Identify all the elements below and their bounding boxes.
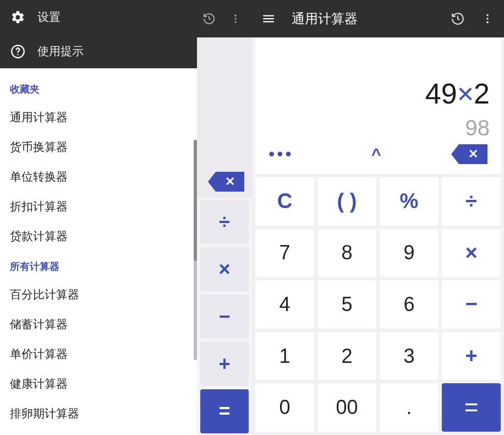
gear-icon bbox=[10, 9, 25, 25]
menu-settings-label: 设置 bbox=[37, 9, 61, 25]
overflow-menu-icon[interactable] bbox=[476, 8, 498, 30]
app-title: 通用计算器 bbox=[292, 10, 439, 28]
fav-item-general[interactable]: 通用计算器 bbox=[10, 102, 187, 132]
under-calculator-sliver: ✕ ÷ × − + = bbox=[197, 0, 252, 435]
expr-left: 49 bbox=[425, 77, 457, 110]
drawer-scrollbar[interactable] bbox=[194, 140, 197, 360]
expr-op: × bbox=[457, 77, 474, 110]
all-item-percent[interactable]: 百分比计算器 bbox=[10, 280, 187, 309]
key-4[interactable]: 4 bbox=[255, 280, 314, 329]
caret-icon[interactable]: ^ bbox=[371, 145, 381, 164]
key-7[interactable]: 7 bbox=[255, 229, 314, 278]
fav-item-loan[interactable]: 贷款计算器 bbox=[10, 221, 187, 251]
svg-point-9 bbox=[486, 18, 489, 20]
key-parens[interactable]: ( ) bbox=[317, 177, 376, 226]
svg-rect-5 bbox=[263, 15, 274, 17]
history-icon[interactable] bbox=[199, 9, 219, 29]
svg-rect-7 bbox=[263, 21, 274, 22]
op-plus[interactable]: + bbox=[200, 342, 249, 386]
fav-item-unit[interactable]: 单位转换器 bbox=[10, 162, 187, 192]
favorites-header: 收藏夹 bbox=[10, 83, 187, 96]
key-clear[interactable]: C bbox=[255, 177, 314, 226]
overflow-menu-icon[interactable] bbox=[226, 9, 245, 29]
menu-settings[interactable]: 设置 bbox=[0, 0, 197, 34]
svg-point-3 bbox=[234, 18, 236, 19]
app-topbar: 通用计算器 bbox=[252, 0, 504, 37]
all-header: 所有计算器 bbox=[10, 260, 187, 273]
all-item-health[interactable]: 健康计算器 bbox=[10, 369, 187, 399]
key-multiply[interactable]: × bbox=[442, 229, 501, 278]
svg-point-10 bbox=[486, 21, 489, 24]
display: 49×2 98 ••• ^ ✕ bbox=[252, 37, 504, 174]
key-6[interactable]: 6 bbox=[380, 280, 439, 329]
op-equals[interactable]: = bbox=[200, 389, 249, 433]
backspace-button[interactable]: ✕ bbox=[459, 144, 487, 164]
history-icon[interactable] bbox=[447, 8, 469, 30]
fav-item-currency[interactable]: 货币换算器 bbox=[10, 132, 187, 162]
key-00[interactable]: 00 bbox=[317, 383, 376, 432]
svg-rect-6 bbox=[263, 18, 274, 19]
nav-drawer: 设置 使用提示 收藏夹 通用计算器 货币换算器 单位转换器 折扣计算器 贷款计算… bbox=[0, 0, 197, 435]
menu-tips-label: 使用提示 bbox=[37, 44, 84, 59]
key-0[interactable]: 0 bbox=[255, 383, 314, 432]
key-2[interactable]: 2 bbox=[317, 332, 376, 380]
key-1[interactable]: 1 bbox=[255, 332, 314, 380]
svg-point-1 bbox=[17, 54, 18, 55]
hamburger-icon[interactable] bbox=[258, 8, 280, 30]
key-5[interactable]: 5 bbox=[317, 280, 376, 329]
key-percent[interactable]: % bbox=[380, 177, 439, 226]
fav-item-discount[interactable]: 折扣计算器 bbox=[10, 192, 187, 221]
op-divide[interactable]: ÷ bbox=[200, 200, 249, 244]
key-plus[interactable]: + bbox=[442, 332, 501, 380]
svg-point-8 bbox=[486, 14, 489, 17]
op-minus[interactable]: − bbox=[200, 295, 249, 339]
op-multiply[interactable]: × bbox=[200, 247, 249, 291]
result: 98 bbox=[266, 116, 490, 140]
key-dot[interactable]: . bbox=[380, 383, 439, 432]
keypad: C ( ) % ÷ 7 8 9 × 4 5 6 − 1 2 3 + 0 00 .… bbox=[252, 174, 504, 435]
all-item-unitprice[interactable]: 单价计算器 bbox=[10, 339, 187, 369]
all-item-savings[interactable]: 储蓄计算器 bbox=[10, 309, 187, 339]
menu-tips[interactable]: 使用提示 bbox=[0, 34, 197, 68]
key-3[interactable]: 3 bbox=[380, 332, 439, 380]
expr-right: 2 bbox=[474, 77, 490, 110]
svg-point-2 bbox=[234, 15, 236, 17]
key-equals[interactable]: = bbox=[442, 383, 501, 432]
key-minus[interactable]: − bbox=[442, 280, 501, 329]
key-9[interactable]: 9 bbox=[380, 229, 439, 278]
help-icon bbox=[10, 44, 25, 59]
key-8[interactable]: 8 bbox=[317, 229, 376, 278]
backspace-button[interactable]: ✕ bbox=[216, 172, 244, 192]
expression: 49×2 bbox=[266, 44, 490, 110]
key-divide[interactable]: ÷ bbox=[442, 177, 501, 226]
more-icon[interactable]: ••• bbox=[269, 144, 294, 164]
all-item-ovulation[interactable]: 排卵期计算器 bbox=[10, 399, 187, 428]
svg-point-4 bbox=[234, 21, 236, 23]
